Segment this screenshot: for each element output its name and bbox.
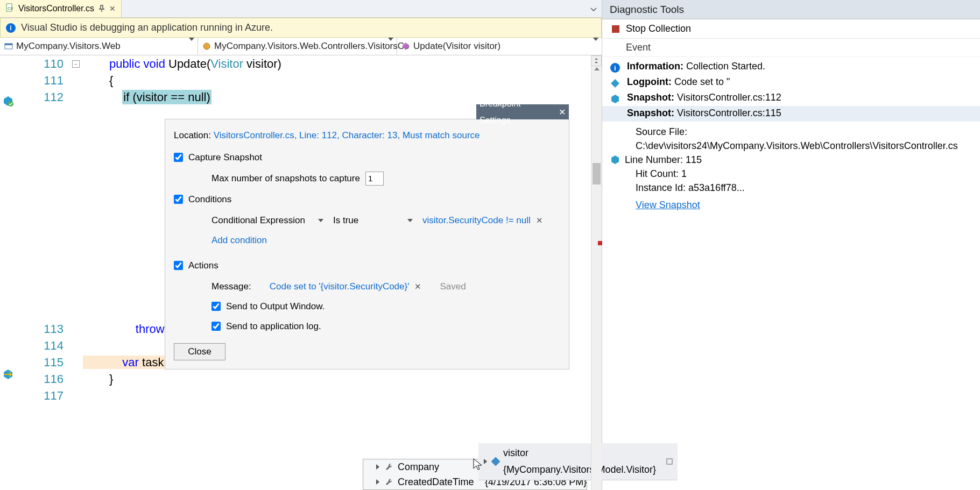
event-header: Event xyxy=(602,39,980,57)
data-tip-header-text: visitor {MyCompany.Visitors.Model.Visito… xyxy=(503,445,659,478)
stop-collection-label: Stop Collection xyxy=(626,23,691,34)
class-dropdown-label: MyCompany.Visitors.Web.Controllers.Visit… xyxy=(214,41,409,52)
conditions-checkbox[interactable] xyxy=(174,195,183,204)
svg-text:i: i xyxy=(614,64,616,72)
fold-column: − xyxy=(70,55,83,490)
property-name: Company xyxy=(398,459,439,475)
message-value[interactable]: Code set to '{visitor.SecurityCode}' xyxy=(270,278,410,295)
diagnostic-tools-title: Diagnostic Tools xyxy=(602,0,980,19)
scrollbar-marker xyxy=(598,241,602,245)
send-log-label: Send to application log. xyxy=(226,318,321,335)
svg-marker-15 xyxy=(376,479,379,485)
code-editor[interactable]: 110 111 112 113 114 115 116 117 − public… xyxy=(0,55,602,490)
svg-marker-18 xyxy=(611,79,619,88)
scroll-thumb[interactable] xyxy=(593,163,601,184)
debug-info-bar: i Visual Studio is debugging an applicat… xyxy=(0,18,602,38)
chevron-down-icon xyxy=(318,219,323,222)
close-button[interactable]: Close xyxy=(174,343,225,360)
max-snapshots-input[interactable] xyxy=(365,172,384,186)
info-icon: i xyxy=(610,62,621,73)
svg-rect-11 xyxy=(667,459,672,464)
fold-toggle[interactable]: − xyxy=(72,60,80,68)
chevron-down-icon xyxy=(189,41,194,52)
condition-type-select[interactable]: Conditional Expression xyxy=(211,213,328,228)
wrench-icon xyxy=(385,463,393,471)
condition-op-select[interactable]: Is true xyxy=(333,213,417,228)
expand-icon[interactable] xyxy=(483,459,488,464)
svg-marker-12 xyxy=(376,464,379,470)
event-item-logpoint[interactable]: Logpoint: Code set to " xyxy=(602,75,980,90)
add-condition-link[interactable]: Add condition xyxy=(211,232,267,248)
project-dropdown-label: MyCompany.Visitors.Web xyxy=(16,41,121,52)
event-detail: Source File: C:\dev\visitors24\MyCompany… xyxy=(602,122,980,215)
object-icon xyxy=(491,457,500,466)
snappoint-icon[interactable] xyxy=(2,95,14,107)
send-output-checkbox[interactable] xyxy=(211,302,221,311)
file-tab[interactable]: C# VisitorsController.cs ✕ xyxy=(0,0,122,17)
project-icon xyxy=(4,42,13,51)
method-dropdown-label: Update(Visitor visitor) xyxy=(413,41,500,52)
class-dropdown[interactable]: MyCompany.Visitors.Web.Controllers.Visit… xyxy=(198,38,397,55)
file-icon: C# xyxy=(5,3,14,14)
event-list: i Information: Collection Started. Logpo… xyxy=(602,57,980,217)
mouse-cursor-icon xyxy=(473,458,483,472)
location-label: Location: xyxy=(174,130,214,140)
view-snapshot-link[interactable]: View Snapshot xyxy=(636,200,700,210)
expand-icon[interactable] xyxy=(375,479,380,485)
data-tip-header[interactable]: visitor {MyCompany.Visitors.Model.Visito… xyxy=(478,443,678,480)
breakpoint-settings-titlebar: Breakpoint Settings ✕ xyxy=(476,104,569,119)
chevron-down-icon xyxy=(593,41,598,52)
debug-info-text: Visual Studio is debugging an applicatio… xyxy=(21,22,273,33)
method-dropdown[interactable]: Update(Visitor visitor) xyxy=(397,38,602,55)
split-icon[interactable] xyxy=(591,55,602,66)
actions-label: Actions xyxy=(188,257,218,274)
code-content[interactable]: public void Update(Visitor visitor) { if… xyxy=(83,55,591,490)
svg-rect-10 xyxy=(491,457,500,466)
stop-collection-button[interactable]: Stop Collection xyxy=(602,19,980,39)
condition-expression[interactable]: visitor.SecurityCode != null xyxy=(422,212,531,229)
chevron-down-icon xyxy=(407,219,413,222)
event-item-information[interactable]: i Information: Collection Started. xyxy=(602,59,980,75)
breakpoint-gutter[interactable] xyxy=(0,55,17,490)
tab-overflow-icon[interactable] xyxy=(589,4,598,14)
event-item-snapshot[interactable]: Snapshot: VisitorsController.cs:112 xyxy=(602,90,980,106)
stop-icon xyxy=(612,25,619,33)
diagnostic-tools-panel: Diagnostic Tools Stop Collection Event i… xyxy=(602,0,980,490)
svg-rect-5 xyxy=(402,42,410,50)
delete-message-icon[interactable]: ✕ xyxy=(414,278,421,295)
max-snapshots-label: Max number of snapshots to capture xyxy=(211,170,360,187)
pin-icon[interactable] xyxy=(666,458,673,465)
breakpoint-settings-title: Breakpoint Settings xyxy=(480,95,552,129)
event-item-snapshot-selected[interactable]: Snapshot: VisitorsController.cs:115 xyxy=(602,106,980,122)
vertical-scrollbar[interactable] xyxy=(591,55,602,490)
line-numbers: 110 111 112 113 114 115 116 117 xyxy=(17,55,70,490)
selected-code: if (visitor == null) xyxy=(122,90,211,104)
method-icon xyxy=(401,42,410,51)
file-tab-label: VisitorsController.cs xyxy=(18,4,94,13)
send-log-checkbox[interactable] xyxy=(211,322,221,331)
snapshot-icon xyxy=(610,94,621,104)
actions-checkbox[interactable] xyxy=(174,261,183,270)
close-tab-icon[interactable]: ✕ xyxy=(109,4,116,13)
project-dropdown[interactable]: MyCompany.Visitors.Web xyxy=(0,38,198,55)
tab-bar: C# VisitorsController.cs ✕ xyxy=(0,0,602,18)
chevron-down-icon xyxy=(388,41,393,52)
breakpoint-settings-panel: Breakpoint Settings ✕ Location: Visitors… xyxy=(165,119,569,370)
expand-icon[interactable] xyxy=(375,464,380,470)
svg-point-4 xyxy=(203,43,210,49)
location-link[interactable]: VisitorsController.cs, Line: 112, Charac… xyxy=(214,130,480,140)
scroll-up-icon[interactable] xyxy=(594,67,600,70)
capture-snapshot-label: Capture Snapshot xyxy=(188,149,262,166)
conditions-label: Conditions xyxy=(188,191,231,208)
pin-icon[interactable] xyxy=(98,5,105,12)
property-name: CreatedDateTime xyxy=(398,474,474,491)
svg-text:C#: C# xyxy=(8,6,13,11)
snappoint-current-icon[interactable] xyxy=(2,368,14,380)
saved-label: Saved xyxy=(440,278,466,295)
close-icon[interactable]: ✕ xyxy=(559,104,566,120)
info-icon: i xyxy=(6,23,16,33)
delete-condition-icon[interactable]: ✕ xyxy=(536,212,543,229)
message-label: Message: xyxy=(211,278,251,295)
wrench-icon xyxy=(385,478,393,486)
capture-snapshot-checkbox[interactable] xyxy=(174,153,183,162)
